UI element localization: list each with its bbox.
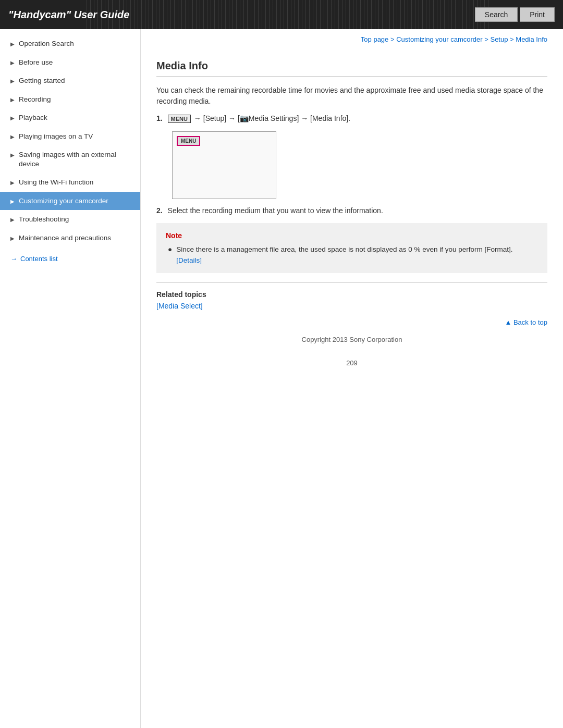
main-content: Top page > Customizing your camcorder > …: [141, 29, 563, 728]
related-links: [Media Select]: [156, 302, 547, 310]
arrow-right-icon: →: [10, 255, 17, 263]
copyright-text: Copyright 2013 Sony Corporation: [302, 336, 402, 343]
page-description: You can check the remaining recordable t…: [156, 85, 547, 107]
breadcrumb: Top page > Customizing your camcorder > …: [156, 29, 547, 52]
note-item: ● Since there is a management file area,…: [168, 244, 538, 266]
sidebar: ▶ Operation Search ▶ Before use ▶ Gettin…: [0, 29, 141, 728]
back-to-top-link[interactable]: Back to top: [505, 318, 547, 326]
sidebar-item-saving-images[interactable]: ▶ Saving images with an external device: [0, 145, 140, 173]
sidebar-label: Playback: [19, 113, 47, 122]
breadcrumb-customizing[interactable]: Customizing your camcorder: [396, 35, 482, 43]
arrow-icon: ▶: [10, 133, 15, 140]
step-2: 2. Select the recording medium that you …: [156, 206, 547, 215]
step-2-text: Select the recording medium that you wan…: [168, 206, 383, 215]
step-1-text: → [Setup] → [📷Media Settings] → [Media I…: [194, 114, 350, 122]
divider: [156, 282, 547, 283]
sidebar-item-troubleshooting[interactable]: ▶ Troubleshooting: [0, 210, 140, 229]
sidebar-label: Operation Search: [19, 39, 74, 48]
media-select-link[interactable]: [Media Select]: [156, 302, 203, 310]
note-text: Since there is a management file area, t…: [176, 244, 538, 266]
breadcrumb-sep2: >: [484, 35, 490, 43]
sidebar-label: Recording: [19, 95, 51, 104]
breadcrumb-sep1: >: [390, 35, 396, 43]
arrow-icon: ▶: [10, 179, 15, 186]
sidebar-item-maintenance[interactable]: ▶ Maintenance and precautions: [0, 229, 140, 248]
sidebar-label: Saving images with an external device: [19, 150, 133, 168]
breadcrumb-current: Media Info: [516, 35, 547, 43]
layout: ▶ Operation Search ▶ Before use ▶ Gettin…: [0, 29, 563, 728]
sidebar-label: Getting started: [19, 76, 65, 85]
menu-badge: MENU: [168, 115, 191, 123]
sidebar-label: Before use: [19, 58, 53, 67]
arrow-icon: ▶: [10, 235, 15, 242]
arrow-icon: ▶: [10, 198, 15, 205]
step-2-number: 2.: [156, 206, 163, 215]
note-box: Note ● Since there is a management file …: [156, 223, 547, 273]
page-number: 209: [156, 349, 547, 382]
sidebar-item-playing-images-tv[interactable]: ▶ Playing images on a TV: [0, 127, 140, 146]
sidebar-label: Maintenance and precautions: [19, 233, 111, 243]
sidebar-item-wifi[interactable]: ▶ Using the Wi-Fi function: [0, 173, 140, 192]
sidebar-item-playback[interactable]: ▶ Playback: [0, 108, 140, 127]
menu-button-image: MENU: [177, 136, 200, 146]
sidebar-item-operation-search[interactable]: ▶ Operation Search: [0, 34, 140, 53]
sidebar-label: Playing images on a TV: [19, 132, 93, 141]
step-1: 1. MENU → [Setup] → [📷Media Settings] → …: [156, 114, 547, 123]
step-1-number: 1.: [156, 114, 163, 122]
footer: Copyright 2013 Sony Corporation: [156, 326, 547, 349]
breadcrumb-setup[interactable]: Setup: [490, 35, 508, 43]
search-button[interactable]: Search: [475, 7, 518, 22]
arrow-icon: ▶: [10, 96, 15, 103]
header-stripes: [83, 0, 490, 29]
sidebar-item-customizing[interactable]: ▶ Customizing your camcorder: [0, 192, 140, 211]
note-bullet-icon: ●: [168, 244, 172, 255]
note-title: Note: [166, 230, 538, 241]
header-buttons: Search Print: [475, 7, 555, 22]
arrow-icon: ▶: [10, 78, 15, 84]
screenshot-box: MENU: [172, 131, 276, 199]
contents-list-label: Contents list: [20, 255, 58, 263]
breadcrumb-top[interactable]: Top page: [361, 35, 389, 43]
back-to-top-row: Back to top: [156, 318, 547, 326]
sidebar-label: Customizing your camcorder: [19, 196, 108, 206]
sidebar-item-recording[interactable]: ▶ Recording: [0, 90, 140, 109]
site-title: "Handycam" User Guide: [8, 9, 129, 21]
sidebar-label: Troubleshooting: [19, 215, 69, 224]
header: "Handycam" User Guide Search Print: [0, 0, 563, 29]
page-title: Media Info: [156, 60, 547, 77]
related-topics-title: Related topics: [156, 290, 547, 299]
arrow-icon: ▶: [10, 216, 15, 223]
contents-list-link[interactable]: → Contents list: [0, 250, 140, 268]
arrow-icon: ▶: [10, 115, 15, 121]
sidebar-item-getting-started[interactable]: ▶ Getting started: [0, 71, 140, 90]
breadcrumb-sep3: >: [510, 35, 516, 43]
print-button[interactable]: Print: [520, 7, 555, 22]
sidebar-label: Using the Wi-Fi function: [19, 178, 93, 187]
arrow-icon: ▶: [10, 152, 15, 158]
details-link[interactable]: [Details]: [176, 256, 202, 264]
arrow-icon: ▶: [10, 41, 15, 47]
sidebar-item-before-use[interactable]: ▶ Before use: [0, 53, 140, 72]
arrow-icon: ▶: [10, 59, 15, 66]
